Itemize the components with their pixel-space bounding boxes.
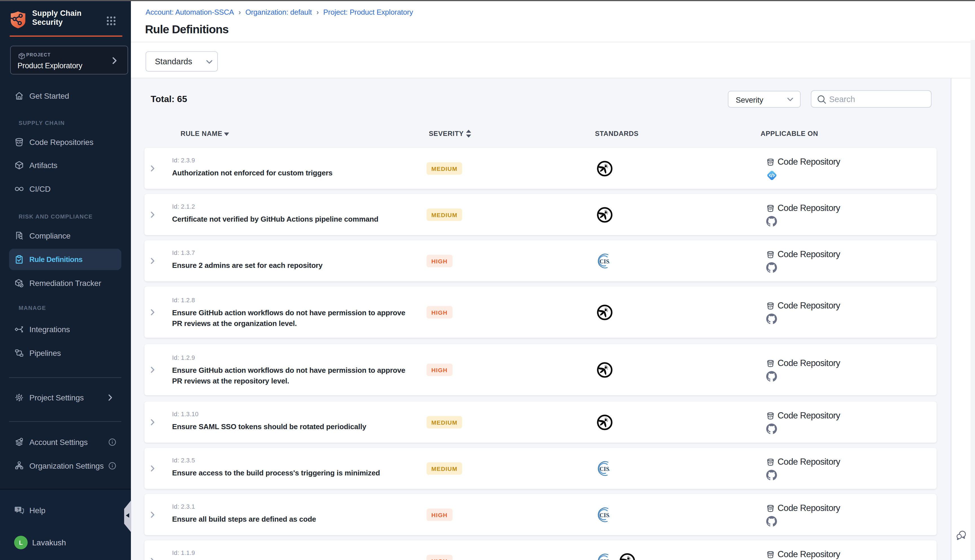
svg-text:?: ? [17,507,20,512]
